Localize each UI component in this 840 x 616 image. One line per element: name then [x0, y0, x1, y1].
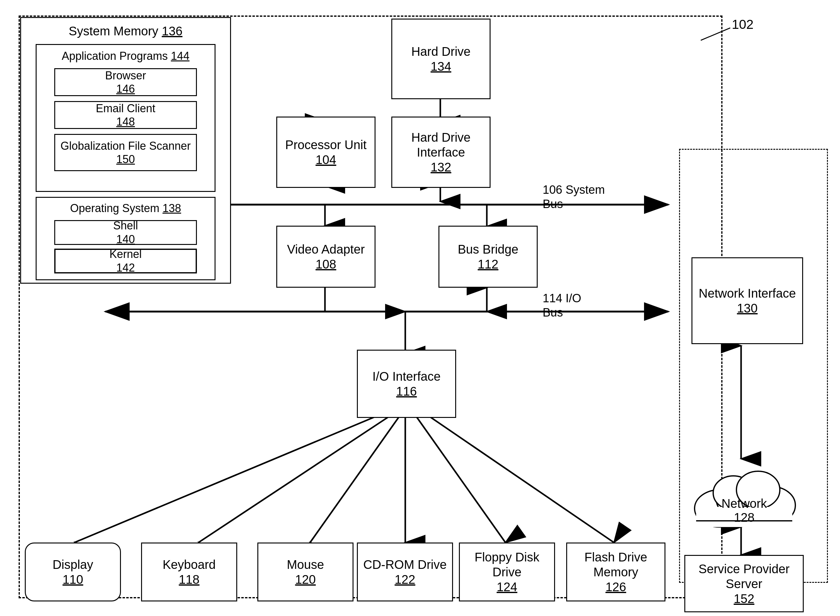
hard-drive-box: Hard Drive134 — [391, 19, 490, 99]
network-interface-box: Network Interface130 — [692, 257, 803, 344]
email-client-box: Email Client 148 — [54, 101, 197, 129]
service-provider-box: Service Provider Server152 — [684, 555, 804, 612]
diagram: 102 — [0, 0, 840, 616]
video-adapter-label: Video Adapter108 — [287, 242, 365, 271]
processor-unit-box: Processor Unit104 — [276, 117, 376, 188]
shell-box: Shell 140 — [54, 220, 197, 245]
io-bus-label: 114 I/OBus — [543, 292, 582, 320]
flash-drive-label: Flash Drive Memory126 — [567, 550, 664, 594]
system-bus-num: 106 — [543, 183, 562, 196]
os-box: Operating System 138 Shell 140 Kernel 14… — [36, 197, 216, 280]
network-cloud: Network128 — [688, 459, 800, 530]
display-label: Display110 — [52, 557, 93, 587]
cdrom-box: CD-ROM Drive122 — [357, 543, 453, 601]
hard-drive-label: Hard Drive134 — [411, 44, 470, 74]
browser-box: Browser 146 — [54, 68, 197, 96]
floppy-box: Floppy Disk Drive124 — [459, 543, 555, 601]
hard-drive-interface-label: Hard Drive Interface132 — [392, 130, 490, 175]
kernel-box: Kernel 142 — [54, 249, 197, 273]
processor-unit-label: Processor Unit104 — [285, 137, 367, 167]
service-provider-label: Service Provider Server152 — [685, 562, 803, 606]
system-bus-label: 106 SystemBus — [543, 183, 605, 211]
network-interface-label: Network Interface130 — [699, 286, 796, 315]
system-memory-label: System Memory 136 — [69, 23, 183, 38]
hard-drive-interface-box: Hard Drive Interface132 — [391, 117, 490, 188]
bus-bridge-label: Bus Bridge112 — [458, 242, 518, 271]
mouse-label: Mouse120 — [287, 557, 324, 587]
os-label: Operating System 138 — [70, 201, 181, 215]
io-interface-label: I/O Interface116 — [372, 369, 441, 399]
video-adapter-box: Video Adapter108 — [276, 226, 376, 288]
ref-number-102: 102 — [732, 17, 753, 32]
bus-bridge-box: Bus Bridge112 — [438, 226, 537, 288]
system-memory-box: System Memory 136 Application Programs 1… — [20, 17, 231, 284]
keyboard-label: Keyboard118 — [163, 557, 216, 587]
flash-drive-box: Flash Drive Memory126 — [566, 543, 665, 601]
floppy-label: Floppy Disk Drive124 — [460, 550, 554, 594]
io-bus-num: 114 — [543, 292, 562, 305]
keyboard-box: Keyboard118 — [141, 543, 237, 601]
mouse-box: Mouse120 — [257, 543, 354, 601]
glob-file-box: Globalization File Scanner 150 — [54, 134, 197, 171]
display-box: Display110 — [25, 543, 121, 601]
cdrom-label: CD-ROM Drive122 — [363, 557, 447, 587]
io-interface-box: I/O Interface116 — [357, 350, 456, 418]
app-programs-label: Application Programs 144 — [62, 49, 189, 63]
app-programs-box: Application Programs 144 Browser 146 Ema… — [36, 44, 216, 192]
